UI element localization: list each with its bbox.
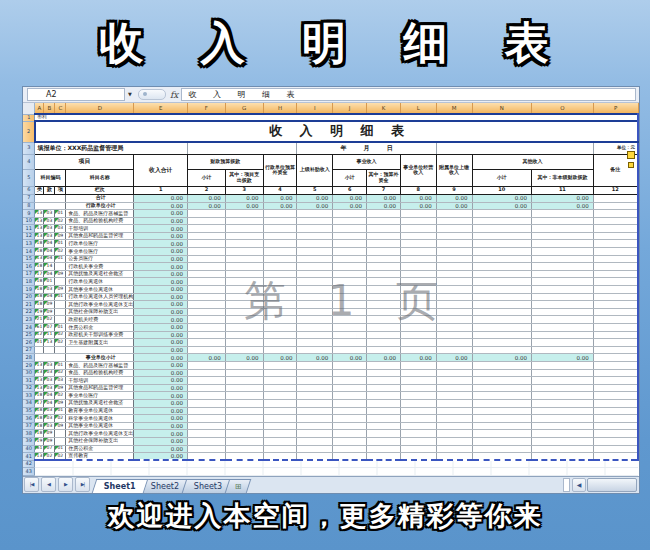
- empty-cell[interactable]: [436, 430, 472, 438]
- code-cell[interactable]: 03: [44, 384, 55, 392]
- empty-cell[interactable]: [436, 415, 472, 423]
- value-cell[interactable]: 0.00: [134, 286, 188, 294]
- subject-name-cell[interactable]: 食品、药品检验机构经费: [66, 369, 134, 377]
- empty-cell[interactable]: [297, 217, 333, 225]
- empty-cell[interactable]: [367, 453, 401, 461]
- empty-cell[interactable]: [188, 225, 226, 233]
- empty-cell[interactable]: [532, 232, 594, 240]
- empty-cell[interactable]: [472, 361, 532, 369]
- code-cell[interactable]: 03: [44, 225, 55, 233]
- empty-cell[interactable]: [188, 255, 226, 263]
- header-col-num[interactable]: 5: [297, 186, 333, 194]
- value-cell[interactable]: 0.00: [134, 255, 188, 263]
- empty-cell[interactable]: [297, 278, 333, 286]
- value-cell[interactable]: 0.00: [367, 202, 401, 210]
- empty-cell[interactable]: [400, 270, 436, 278]
- empty-cell[interactable]: [400, 407, 436, 415]
- prev-sheet-button[interactable]: ◀: [41, 477, 56, 492]
- empty-cell[interactable]: [333, 399, 367, 407]
- empty-cell[interactable]: [400, 415, 436, 423]
- empty-cell[interactable]: [297, 301, 333, 309]
- empty-cell[interactable]: [297, 377, 333, 385]
- empty-cell[interactable]: [400, 361, 436, 369]
- remark-cell[interactable]: [593, 270, 638, 278]
- remark-cell[interactable]: [593, 377, 638, 385]
- remark-cell[interactable]: [593, 194, 638, 202]
- code-cell[interactable]: 13: [35, 384, 44, 392]
- empty-cell[interactable]: [436, 240, 472, 248]
- value-cell[interactable]: 0.00: [436, 194, 472, 202]
- code-cell[interactable]: 18: [35, 286, 44, 294]
- code-cell[interactable]: 03: [44, 210, 55, 218]
- empty-cell[interactable]: [188, 399, 226, 407]
- value-cell[interactable]: 0.00: [472, 202, 532, 210]
- empty-cell[interactable]: [400, 308, 436, 316]
- header-affiliate-upturn[interactable]: 附属单位上缴收入: [436, 154, 472, 186]
- remark-cell[interactable]: [593, 339, 638, 347]
- empty-cell[interactable]: [472, 407, 532, 415]
- row-header[interactable]: 38: [23, 430, 35, 438]
- empty-cell[interactable]: [367, 407, 401, 415]
- row-header[interactable]: 20: [23, 293, 35, 301]
- remark-cell[interactable]: [593, 415, 638, 423]
- empty-cell[interactable]: [225, 399, 263, 407]
- empty-cell[interactable]: [333, 286, 367, 294]
- empty-cell[interactable]: [472, 232, 532, 240]
- value-cell[interactable]: 0.00: [188, 194, 226, 202]
- column-header[interactable]: H: [263, 103, 297, 114]
- empty-cell[interactable]: [263, 255, 297, 263]
- code-cell[interactable]: 03: [44, 232, 55, 240]
- code-cell[interactable]: 02: [55, 392, 66, 400]
- empty-cell[interactable]: [400, 286, 436, 294]
- value-cell[interactable]: 0.00: [134, 407, 188, 415]
- value-cell[interactable]: 0.00: [532, 202, 594, 210]
- empty-cell[interactable]: [532, 293, 594, 301]
- empty-cell[interactable]: [472, 217, 532, 225]
- empty-cell[interactable]: [472, 278, 532, 286]
- column-header[interactable]: B: [44, 103, 55, 114]
- empty-cell[interactable]: [400, 346, 436, 354]
- code-cell[interactable]: 03: [44, 217, 55, 225]
- empty-cell[interactable]: [400, 422, 436, 430]
- code-cell[interactable]: 09: [55, 422, 66, 430]
- code-cell[interactable]: 03: [55, 377, 66, 385]
- header-other-income-group[interactable]: 其他收入: [472, 154, 593, 169]
- subject-name-cell[interactable]: [66, 346, 134, 354]
- empty-cell[interactable]: [472, 339, 532, 347]
- code-cell[interactable]: 18: [35, 392, 44, 400]
- subject-name-cell[interactable]: 宣传教育: [66, 453, 134, 461]
- empty-cell[interactable]: [367, 445, 401, 453]
- empty-cell[interactable]: [400, 324, 436, 332]
- row-header[interactable]: 12: [23, 232, 35, 240]
- header-sec[interactable]: 款: [44, 186, 55, 194]
- remark-cell[interactable]: [593, 384, 638, 392]
- empty-cell[interactable]: [225, 331, 263, 339]
- empty-cell[interactable]: [263, 331, 297, 339]
- value-cell[interactable]: 0.00: [225, 202, 263, 210]
- header-subject-name[interactable]: 科目名称: [66, 169, 134, 186]
- empty-cell[interactable]: [297, 339, 333, 347]
- empty-cell[interactable]: [225, 445, 263, 453]
- sheet-tab-sheet1[interactable]: Sheet1: [92, 479, 148, 493]
- code-cell[interactable]: 02: [44, 316, 55, 324]
- empty-cell[interactable]: [472, 415, 532, 423]
- column-header[interactable]: F: [188, 103, 226, 114]
- row-header[interactable]: 32: [23, 384, 35, 392]
- empty-cell[interactable]: [436, 453, 472, 461]
- empty-cell[interactable]: [333, 377, 367, 385]
- empty-cell[interactable]: [472, 331, 532, 339]
- subject-name-cell[interactable]: 其他社会保障补助支出: [66, 437, 134, 445]
- value-cell[interactable]: 0.00: [134, 339, 188, 347]
- row-header[interactable]: 13: [23, 240, 35, 248]
- empty-cell[interactable]: [188, 361, 226, 369]
- empty-cell[interactable]: [188, 415, 226, 423]
- code-cell[interactable]: [55, 316, 66, 324]
- code-cell[interactable]: [55, 263, 66, 271]
- empty-cell[interactable]: [225, 422, 263, 430]
- value-cell[interactable]: 0.00: [134, 437, 188, 445]
- empty-cell[interactable]: [367, 377, 401, 385]
- row-header[interactable]: 25: [23, 331, 35, 339]
- code-cell[interactable]: 09: [44, 430, 55, 438]
- empty-cell[interactable]: [436, 399, 472, 407]
- code-cell[interactable]: [55, 346, 66, 354]
